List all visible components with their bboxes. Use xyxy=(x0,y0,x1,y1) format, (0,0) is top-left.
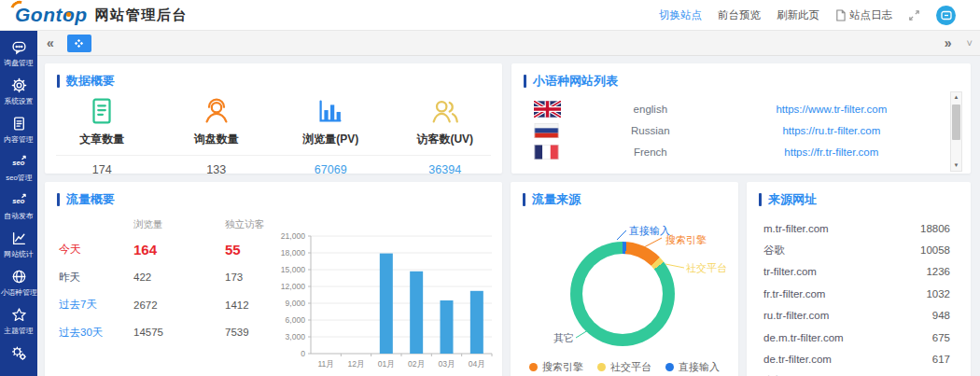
row-label-past30days[interactable]: 过去30天 xyxy=(59,319,133,347)
sidebar-item-stats[interactable]: 网站统计 xyxy=(0,230,37,269)
site-log-link[interactable]: 站点日志 xyxy=(835,8,892,22)
legend-search-engine[interactable]: 搜索引擎 xyxy=(529,360,583,374)
title-accent-bar xyxy=(759,193,762,206)
source-row: 未知568 xyxy=(747,370,971,376)
site-url-link[interactable]: https://ru.tr-filter.com xyxy=(726,125,937,136)
row-label-past7days[interactable]: 过去7天 xyxy=(59,291,133,319)
panel-multilang-sites: 小语种网站列表 english https://www.tr-filter.co… xyxy=(511,63,971,174)
site-row-english: english https://www.tr-filter.com xyxy=(534,98,937,119)
switch-site-link[interactable]: 切换站点 xyxy=(659,8,702,22)
source-row: ru.tr-filter.com948 xyxy=(747,305,971,327)
title-accent-bar xyxy=(523,193,525,206)
dashboard-icon xyxy=(74,38,84,49)
avatar-icon[interactable] xyxy=(936,6,956,25)
tab-dashboard[interactable] xyxy=(67,35,91,52)
stat-visitors: 访客数(UV) xyxy=(388,95,503,147)
sidebar-item-seo[interactable]: seo seo管理 xyxy=(0,154,37,192)
inquiry-icon xyxy=(201,95,232,127)
scrollbar-thumb[interactable] xyxy=(952,104,960,140)
gears-icon xyxy=(11,345,27,361)
legend-social-platform[interactable]: 社交平台 xyxy=(597,360,651,374)
legend-dot xyxy=(665,363,674,371)
yesterday-pv: 422 xyxy=(133,264,225,292)
site-url-link[interactable]: https://fr.tr-filter.com xyxy=(726,146,937,158)
site-row-french: French https://fr.tr-filter.com xyxy=(534,141,937,162)
scroll-down-icon[interactable]: ▼ xyxy=(954,160,959,171)
sidebar-item-inquiry[interactable]: 询盘管理 xyxy=(0,39,37,77)
logo: Gontop 网站管理后台 xyxy=(13,4,188,26)
badge-icon xyxy=(11,307,27,323)
stat-inquiries: 询盘数量 xyxy=(160,95,274,147)
refresh-page-link[interactable]: 刷新此页 xyxy=(777,8,819,22)
panel-title: 小语种网站列表 xyxy=(511,63,971,90)
legend-dot xyxy=(597,363,606,371)
today-pv: 164 xyxy=(133,236,225,264)
tabs-menu-caret-icon[interactable]: ˅ xyxy=(967,37,973,49)
panel-title: 流量概要 xyxy=(45,182,502,208)
stat-values-row: 174 133 67069 36394 xyxy=(45,156,502,174)
globe-icon xyxy=(11,269,27,285)
stat-articles: 文章数量 xyxy=(45,95,160,147)
legend-direct-input[interactable]: 直接输入 xyxy=(665,360,720,374)
front-preview-link[interactable]: 前台预览 xyxy=(718,8,761,22)
panel-traffic-summary: 流量概要 浏览量 独立访客 今天 164 55 昨天 422 xyxy=(45,182,502,376)
scroll-up-icon[interactable]: ▲ xyxy=(954,92,959,103)
donut-label-search: 搜索引擎 xyxy=(665,233,707,247)
source-row: 谷歌10058 xyxy=(747,239,971,260)
svg-text:6,000: 6,000 xyxy=(285,315,305,325)
site-list: english https://www.tr-filter.com Russia… xyxy=(511,98,971,162)
panel-title: 流量来源 xyxy=(511,182,738,208)
france-flag-icon xyxy=(534,145,559,160)
fullscreen-icon[interactable] xyxy=(908,9,920,21)
sidebar-item-autopublish[interactable]: seo 自动发布 xyxy=(0,192,37,230)
svg-text:01月: 01月 xyxy=(378,359,395,369)
col-header-pv: 浏览量 xyxy=(133,214,225,236)
seo-publish-icon: seo xyxy=(11,192,27,208)
panel-title: 数据概要 xyxy=(45,63,502,90)
svg-text:18,000: 18,000 xyxy=(281,248,306,258)
line-chart-icon xyxy=(11,230,27,246)
source-url-list: m.tr-filter.com18806 谷歌10058 tr-filter.c… xyxy=(747,217,971,376)
past7days-pv: 2672 xyxy=(133,291,225,319)
tabs-scroll-right-icon[interactable]: » xyxy=(941,35,956,50)
svg-text:15,000: 15,000 xyxy=(281,265,306,274)
svg-text:3,000: 3,000 xyxy=(285,332,305,341)
article-icon xyxy=(86,95,118,127)
app-window: Gontop 网站管理后台 切换站点 前台预览 刷新此页 站点日志 询盘管理 xyxy=(0,0,980,376)
source-row: m.tr-filter.com18806 xyxy=(747,217,971,239)
source-row: de.m.tr-filter.com675 xyxy=(747,327,971,348)
site-url-link[interactable]: https://www.tr-filter.com xyxy=(726,104,937,115)
svg-text:11月: 11月 xyxy=(317,359,334,369)
scrollbar[interactable]: ▲ ▼ xyxy=(950,91,962,172)
traffic-trend-chart: 03,0006,0009,00012,00015,00018,00021,000… xyxy=(273,225,497,376)
seo-icon: seo xyxy=(11,154,27,170)
tabs-scroll-left-icon[interactable]: « xyxy=(43,35,58,50)
source-row: fr.tr-filter.com1032 xyxy=(747,283,971,304)
panel-traffic-sources: 流量来源 直接输入 搜索引擎 社交平台 其它 搜索引 xyxy=(511,182,738,376)
site-row-russian: Russian https://ru.tr-filter.com xyxy=(534,119,937,141)
site-language: French xyxy=(575,146,726,158)
sidebar-item-theme[interactable]: 主题管理 xyxy=(0,307,37,345)
sidebar-item-system[interactable]: 系统设置 xyxy=(0,77,37,116)
svg-text:03月: 03月 xyxy=(438,359,455,369)
sidebar: 询盘管理 系统设置 内容管理 seo seo管理 seo 自动发布 网站统计 xyxy=(0,31,37,376)
sidebar-item-multilang[interactable]: 小语种管理 xyxy=(0,269,37,307)
uk-flag-icon xyxy=(534,101,561,118)
svg-text:21,000: 21,000 xyxy=(281,231,306,241)
sidebar-item-content[interactable]: 内容管理 xyxy=(0,116,37,154)
donut-label-other: 其它 xyxy=(553,331,574,345)
past30days-pv: 14575 xyxy=(133,319,225,347)
gear-icon xyxy=(11,77,27,93)
stats-row: 文章数量 询盘数量 浏览量(PV) xyxy=(45,95,502,147)
title-accent-bar xyxy=(524,75,526,88)
title-accent-bar xyxy=(57,75,60,88)
chat-bubble-icon xyxy=(11,39,27,55)
sidebar-item-extra[interactable] xyxy=(0,345,37,376)
stat-articles-value: 174 xyxy=(45,163,160,174)
title-accent-bar xyxy=(57,193,60,206)
donut-label-direct: 直接输入 xyxy=(629,224,670,238)
donut-label-social: 社交平台 xyxy=(686,261,727,275)
tab-bar: « » ˅ xyxy=(37,31,980,56)
dashboard-content: 数据概要 文章数量 询盘数量 xyxy=(37,56,980,376)
stat-inquiries-value: 133 xyxy=(160,163,274,174)
